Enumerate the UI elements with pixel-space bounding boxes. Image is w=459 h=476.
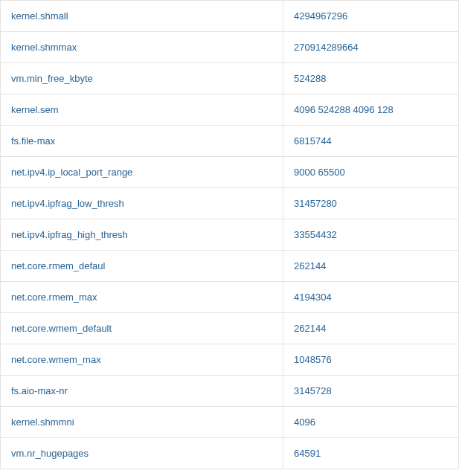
- table-row: vm.min_free_kbyte524288: [1, 63, 459, 94]
- param-name: kernel.sem: [1, 94, 283, 126]
- param-value: 262144: [283, 251, 459, 282]
- table-row: kernel.shmmax270914289664: [1, 32, 459, 63]
- param-name: net.core.rmem_max: [1, 282, 283, 313]
- param-name: fs.file-max: [1, 126, 283, 157]
- param-name: net.ipv4.ip_local_port_range: [1, 157, 283, 188]
- param-value: 9000 65500: [283, 157, 459, 188]
- table-row: kernel.shmall4294967296: [1, 1, 459, 32]
- table-row: vm.nr_hugepages64591: [1, 438, 459, 469]
- table-row: net.core.wmem_max1048576: [1, 344, 459, 376]
- table-row: net.ipv4.ip_local_port_range9000 65500: [1, 157, 459, 188]
- param-name: kernel.shmmax: [1, 32, 283, 63]
- param-name: vm.nr_hugepages: [1, 438, 283, 469]
- table-row: fs.file-max6815744: [1, 126, 459, 157]
- table-row: net.core.rmem_defaul262144: [1, 251, 459, 282]
- param-name: net.ipv4.ipfrag_low_thresh: [1, 188, 283, 219]
- param-name: vm.min_free_kbyte: [1, 63, 283, 94]
- param-value: 64591: [283, 438, 459, 469]
- param-value: 4194304: [283, 282, 459, 313]
- param-value: 33554432: [283, 219, 459, 251]
- param-name: net.ipv4.ipfrag_high_thresh: [1, 219, 283, 251]
- table-row: net.ipv4.ipfrag_low_thresh31457280: [1, 188, 459, 219]
- param-name: fs.aio-max-nr: [1, 376, 283, 407]
- param-name: net.core.rmem_defaul: [1, 251, 283, 282]
- table-row: net.ipv4.ipfrag_high_thresh33554432: [1, 219, 459, 251]
- param-value: 4294967296: [283, 1, 459, 32]
- param-name: kernel.shmall: [1, 1, 283, 32]
- table-row: kernel.sem4096 524288 4096 128: [1, 94, 459, 126]
- table-row: net.core.rmem_max4194304: [1, 282, 459, 313]
- param-name: net.core.wmem_default: [1, 313, 283, 344]
- param-value: 1048576: [283, 344, 459, 376]
- sysctl-params-table: kernel.shmall4294967296kernel.shmmax2709…: [0, 0, 459, 469]
- param-value: 270914289664: [283, 32, 459, 63]
- param-name: kernel.shmmni: [1, 407, 283, 438]
- param-value: 262144: [283, 313, 459, 344]
- param-value: 4096 524288 4096 128: [283, 94, 459, 126]
- table-body: kernel.shmall4294967296kernel.shmmax2709…: [1, 1, 459, 469]
- table-row: fs.aio-max-nr3145728: [1, 376, 459, 407]
- param-value: 3145728: [283, 376, 459, 407]
- param-value: 6815744: [283, 126, 459, 157]
- table-row: kernel.shmmni4096: [1, 407, 459, 438]
- param-name: net.core.wmem_max: [1, 344, 283, 376]
- param-value: 31457280: [283, 188, 459, 219]
- table-row: net.core.wmem_default262144: [1, 313, 459, 344]
- param-value: 524288: [283, 63, 459, 94]
- param-value: 4096: [283, 407, 459, 438]
